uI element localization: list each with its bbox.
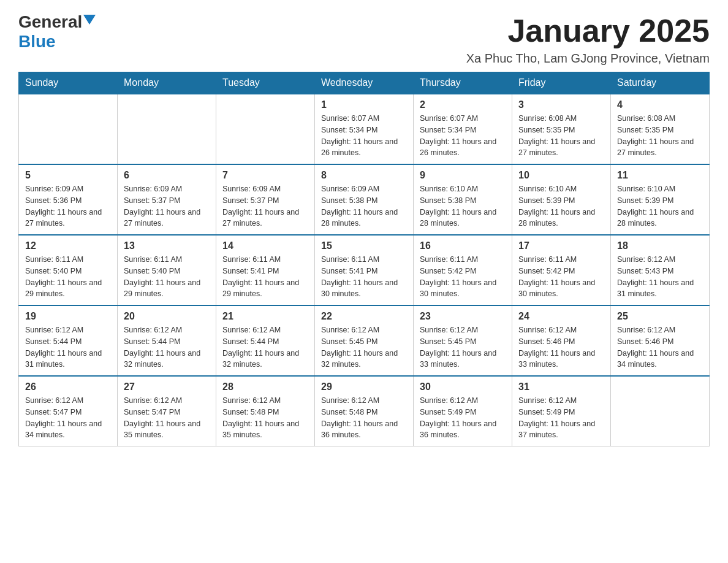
cell-week5-day2: 28Sunrise: 6:12 AMSunset: 5:48 PMDayligh… xyxy=(216,376,315,446)
day-number-13: 13 xyxy=(124,240,210,251)
day-info-23: Sunrise: 6:12 AMSunset: 5:45 PMDaylight:… xyxy=(420,324,506,370)
day-number-27: 27 xyxy=(124,381,210,393)
cell-week1-day3: 1Sunrise: 6:07 AMSunset: 5:34 PMDaylight… xyxy=(315,94,414,164)
day-number-9: 9 xyxy=(420,170,506,181)
logo-general-text: General xyxy=(18,12,82,32)
day-info-10: Sunrise: 6:10 AMSunset: 5:39 PMDaylight:… xyxy=(518,183,604,229)
cell-week2-day2: 7Sunrise: 6:09 AMSunset: 5:37 PMDaylight… xyxy=(216,164,315,235)
day-info-11: Sunrise: 6:10 AMSunset: 5:39 PMDaylight:… xyxy=(617,183,703,229)
page-header: General Blue January 2025 Xa Phuc Tho, L… xyxy=(18,12,710,66)
day-number-15: 15 xyxy=(321,240,407,251)
cell-week3-day0: 12Sunrise: 6:11 AMSunset: 5:40 PMDayligh… xyxy=(19,235,118,305)
day-info-27: Sunrise: 6:12 AMSunset: 5:47 PMDaylight:… xyxy=(124,395,210,441)
cell-week1-day4: 2Sunrise: 6:07 AMSunset: 5:34 PMDaylight… xyxy=(414,94,512,164)
day-info-17: Sunrise: 6:11 AMSunset: 5:42 PMDaylight:… xyxy=(518,254,604,300)
day-number-22: 22 xyxy=(321,311,407,322)
cell-week5-day1: 27Sunrise: 6:12 AMSunset: 5:47 PMDayligh… xyxy=(118,376,216,446)
calendar-header-row: Sunday Monday Tuesday Wednesday Thursday… xyxy=(19,72,710,94)
header-friday: Friday xyxy=(512,72,611,94)
day-number-2: 2 xyxy=(420,99,506,110)
day-info-6: Sunrise: 6:09 AMSunset: 5:37 PMDaylight:… xyxy=(124,183,210,229)
cell-week4-day3: 22Sunrise: 6:12 AMSunset: 5:45 PMDayligh… xyxy=(315,305,414,376)
day-number-14: 14 xyxy=(222,240,308,251)
day-number-30: 30 xyxy=(420,381,506,393)
logo: General Blue xyxy=(18,12,96,52)
cell-week2-day6: 11Sunrise: 6:10 AMSunset: 5:39 PMDayligh… xyxy=(611,164,710,235)
day-number-24: 24 xyxy=(518,311,604,322)
day-info-24: Sunrise: 6:12 AMSunset: 5:46 PMDaylight:… xyxy=(518,324,604,370)
header-thursday: Thursday xyxy=(414,72,512,94)
day-number-19: 19 xyxy=(25,311,111,322)
cell-week5-day6 xyxy=(611,376,710,446)
cell-week2-day5: 10Sunrise: 6:10 AMSunset: 5:39 PMDayligh… xyxy=(512,164,611,235)
header-wednesday: Wednesday xyxy=(315,72,414,94)
cell-week5-day3: 29Sunrise: 6:12 AMSunset: 5:48 PMDayligh… xyxy=(315,376,414,446)
logo-triangle-icon xyxy=(83,15,96,25)
cell-week5-day5: 31Sunrise: 6:12 AMSunset: 5:49 PMDayligh… xyxy=(512,376,611,446)
cell-week3-day2: 14Sunrise: 6:11 AMSunset: 5:41 PMDayligh… xyxy=(216,235,315,305)
day-number-17: 17 xyxy=(518,240,604,251)
day-info-28: Sunrise: 6:12 AMSunset: 5:48 PMDaylight:… xyxy=(222,395,308,441)
day-number-31: 31 xyxy=(518,381,604,393)
cell-week1-day1 xyxy=(118,94,216,164)
cell-week1-day5: 3Sunrise: 6:08 AMSunset: 5:35 PMDaylight… xyxy=(512,94,611,164)
day-info-30: Sunrise: 6:12 AMSunset: 5:49 PMDaylight:… xyxy=(420,395,506,441)
day-number-10: 10 xyxy=(518,170,604,181)
day-info-19: Sunrise: 6:12 AMSunset: 5:44 PMDaylight:… xyxy=(25,324,111,370)
week-row-1: 1Sunrise: 6:07 AMSunset: 5:34 PMDaylight… xyxy=(19,94,710,164)
day-number-21: 21 xyxy=(222,311,308,322)
day-number-29: 29 xyxy=(321,381,407,393)
cell-week1-day6: 4Sunrise: 6:08 AMSunset: 5:35 PMDaylight… xyxy=(611,94,710,164)
day-info-7: Sunrise: 6:09 AMSunset: 5:37 PMDaylight:… xyxy=(222,183,308,229)
day-number-1: 1 xyxy=(321,99,407,110)
logo-blue-text: Blue xyxy=(18,32,56,51)
day-info-12: Sunrise: 6:11 AMSunset: 5:40 PMDaylight:… xyxy=(25,254,111,300)
day-info-26: Sunrise: 6:12 AMSunset: 5:47 PMDaylight:… xyxy=(25,395,111,441)
cell-week3-day5: 17Sunrise: 6:11 AMSunset: 5:42 PMDayligh… xyxy=(512,235,611,305)
day-number-25: 25 xyxy=(617,311,703,322)
day-number-26: 26 xyxy=(25,381,111,393)
week-row-2: 5Sunrise: 6:09 AMSunset: 5:36 PMDaylight… xyxy=(19,164,710,235)
header-saturday: Saturday xyxy=(611,72,710,94)
cell-week1-day2 xyxy=(216,94,315,164)
day-info-15: Sunrise: 6:11 AMSunset: 5:41 PMDaylight:… xyxy=(321,254,407,300)
day-info-1: Sunrise: 6:07 AMSunset: 5:34 PMDaylight:… xyxy=(321,113,407,159)
day-number-18: 18 xyxy=(617,240,703,251)
day-info-3: Sunrise: 6:08 AMSunset: 5:35 PMDaylight:… xyxy=(518,113,604,159)
cell-week1-day0 xyxy=(19,94,118,164)
cell-week3-day1: 13Sunrise: 6:11 AMSunset: 5:40 PMDayligh… xyxy=(118,235,216,305)
day-info-22: Sunrise: 6:12 AMSunset: 5:45 PMDaylight:… xyxy=(321,324,407,370)
day-number-12: 12 xyxy=(25,240,111,251)
day-number-23: 23 xyxy=(420,311,506,322)
day-number-5: 5 xyxy=(25,170,111,181)
cell-week4-day6: 25Sunrise: 6:12 AMSunset: 5:46 PMDayligh… xyxy=(611,305,710,376)
day-number-11: 11 xyxy=(617,170,703,181)
day-info-20: Sunrise: 6:12 AMSunset: 5:44 PMDaylight:… xyxy=(124,324,210,370)
day-info-5: Sunrise: 6:09 AMSunset: 5:36 PMDaylight:… xyxy=(25,183,111,229)
title-section: January 2025 Xa Phuc Tho, Lam GJong Prov… xyxy=(466,12,710,66)
cell-week2-day4: 9Sunrise: 6:10 AMSunset: 5:38 PMDaylight… xyxy=(414,164,512,235)
day-number-20: 20 xyxy=(124,311,210,322)
week-row-4: 19Sunrise: 6:12 AMSunset: 5:44 PMDayligh… xyxy=(19,305,710,376)
day-number-16: 16 xyxy=(420,240,506,251)
day-info-25: Sunrise: 6:12 AMSunset: 5:46 PMDaylight:… xyxy=(617,324,703,370)
cell-week2-day0: 5Sunrise: 6:09 AMSunset: 5:36 PMDaylight… xyxy=(19,164,118,235)
day-number-4: 4 xyxy=(617,99,703,110)
cell-week2-day3: 8Sunrise: 6:09 AMSunset: 5:38 PMDaylight… xyxy=(315,164,414,235)
day-info-13: Sunrise: 6:11 AMSunset: 5:40 PMDaylight:… xyxy=(124,254,210,300)
cell-week3-day6: 18Sunrise: 6:12 AMSunset: 5:43 PMDayligh… xyxy=(611,235,710,305)
cell-week4-day2: 21Sunrise: 6:12 AMSunset: 5:44 PMDayligh… xyxy=(216,305,315,376)
day-info-18: Sunrise: 6:12 AMSunset: 5:43 PMDaylight:… xyxy=(617,254,703,300)
cell-week3-day4: 16Sunrise: 6:11 AMSunset: 5:42 PMDayligh… xyxy=(414,235,512,305)
header-tuesday: Tuesday xyxy=(216,72,315,94)
location-subtitle: Xa Phuc Tho, Lam GJong Province, Vietnam xyxy=(466,52,710,66)
calendar-table: Sunday Monday Tuesday Wednesday Thursday… xyxy=(18,72,710,446)
cell-week3-day3: 15Sunrise: 6:11 AMSunset: 5:41 PMDayligh… xyxy=(315,235,414,305)
day-info-2: Sunrise: 6:07 AMSunset: 5:34 PMDaylight:… xyxy=(420,113,506,159)
day-info-31: Sunrise: 6:12 AMSunset: 5:49 PMDaylight:… xyxy=(518,395,604,441)
day-number-8: 8 xyxy=(321,170,407,181)
cell-week4-day0: 19Sunrise: 6:12 AMSunset: 5:44 PMDayligh… xyxy=(19,305,118,376)
day-info-14: Sunrise: 6:11 AMSunset: 5:41 PMDaylight:… xyxy=(222,254,308,300)
week-row-5: 26Sunrise: 6:12 AMSunset: 5:47 PMDayligh… xyxy=(19,376,710,446)
day-number-7: 7 xyxy=(222,170,308,181)
